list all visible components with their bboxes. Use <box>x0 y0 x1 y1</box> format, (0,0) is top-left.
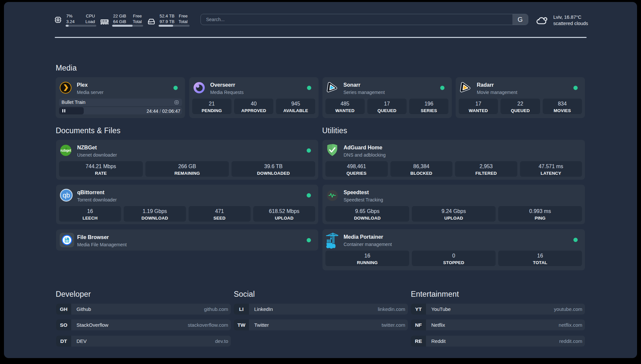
svg-text:qb: qb <box>63 192 70 199</box>
svg-text:nzbget: nzbget <box>60 148 71 152</box>
